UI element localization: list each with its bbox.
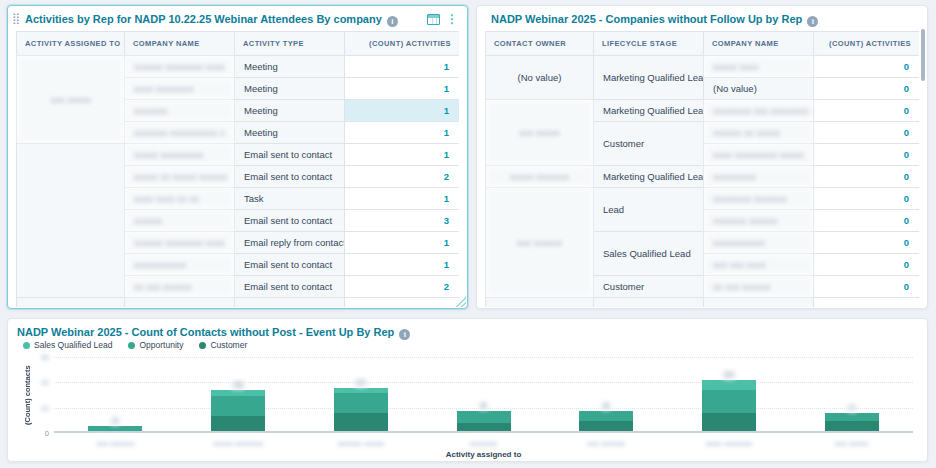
count-cell[interactable]: 0 <box>814 166 920 188</box>
activity-type-cell: Email reply from contact <box>235 232 345 254</box>
drag-handle-icon[interactable]: ⣿ <box>12 12 20 24</box>
bar-segment <box>702 413 756 431</box>
company-cell: xx xxx xxxxxx <box>704 276 814 298</box>
count-cell[interactable]: 1 <box>345 122 460 144</box>
x-axis-label: xxx xxxxx <box>790 439 913 448</box>
bar[interactable] <box>334 388 388 431</box>
count-cell[interactable]: 0 <box>814 210 920 232</box>
count-cell[interactable]: 0 <box>814 78 920 100</box>
report-card-contacts-bar-chart[interactable]: NADP Webinar 2025 - Count of Contacts wi… <box>7 318 928 462</box>
company-cell: xxxxxx xxxxxxxx xxxx <box>125 232 235 254</box>
kebab-menu-icon[interactable]: ⋮ <box>446 12 458 26</box>
company-cell: xxxxxxxxxxx <box>704 232 814 254</box>
info-icon[interactable]: i <box>807 16 818 27</box>
bar-segment <box>457 411 511 424</box>
info-icon[interactable]: i <box>387 16 398 27</box>
count-cell[interactable]: 0 <box>814 144 920 166</box>
table-row-partial <box>486 298 920 308</box>
company-cell: xxxxx xx xxxxx xxxxxx <box>125 166 235 188</box>
column-header: (COUNT) ACTIVITIES <box>814 32 920 56</box>
count-cell[interactable]: 1 <box>345 78 460 100</box>
x-axis-label: xxx xxxxxx <box>545 439 668 448</box>
company-cell: xxxx xxxxxxxx <box>125 78 235 100</box>
column-header: COMPANY NAME <box>704 32 814 56</box>
bar[interactable] <box>457 411 511 431</box>
scrollbar-thumb[interactable] <box>921 29 925 81</box>
count-cell[interactable]: 0 <box>814 232 920 254</box>
company-cell: xxxxxxx xxxxxx <box>704 210 814 232</box>
x-axis-label: xxxx xxxxxxx <box>668 439 791 448</box>
legend-item[interactable]: Customer <box>199 340 247 350</box>
company-cell: (No value) <box>704 78 814 100</box>
bar[interactable] <box>825 413 879 431</box>
legend-label: Customer <box>210 340 247 350</box>
empty-cell <box>17 298 125 308</box>
bar-segment <box>825 413 879 421</box>
lifecycle-stage-cell: Marketing Qualified Lead <box>594 166 704 188</box>
legend-dot-icon <box>128 342 135 349</box>
count-cell[interactable]: 0 <box>814 122 920 144</box>
report-title: NADP Webinar 2025 - Count of Contacts wi… <box>17 326 410 340</box>
owner-cell <box>17 144 125 298</box>
bar-segment <box>579 421 633 431</box>
activities-table-wrap: ACTIVITY ASSIGNED TOCOMPANY NAMEACTIVITY… <box>16 31 459 307</box>
bar-value-pill: 8 <box>600 401 612 411</box>
count-cell[interactable]: 1 <box>345 56 460 78</box>
bar-segment <box>211 416 265 431</box>
activity-type-cell: Task <box>235 188 345 210</box>
empty-cell <box>814 298 920 308</box>
empty-cell <box>125 298 235 308</box>
table-header-row: CONTACT OWNERLIFECYCLE STAGECOMPANY NAME… <box>486 32 920 56</box>
count-cell[interactable]: 1 <box>345 232 460 254</box>
activities-table: ACTIVITY ASSIGNED TOCOMPANY NAMEACTIVITY… <box>16 31 459 307</box>
report-card-activities-by-rep[interactable]: ⣿ Activities by Rep for NADP 10.22.25 We… <box>7 5 468 309</box>
bar[interactable] <box>702 380 756 431</box>
count-cell[interactable]: 1 <box>345 144 460 166</box>
legend-label: Opportunity <box>139 340 183 350</box>
y-axis-tick: 10 <box>27 404 49 413</box>
company-cell: xxxxxxxxxxx <box>125 254 235 276</box>
count-cell[interactable]: 0 <box>814 100 920 122</box>
lifecycle-stage-cell: Marketing Qualified Lead <box>594 100 704 122</box>
chart-legend: Sales Qualified LeadOpportunityCustomer <box>23 340 247 350</box>
count-cell[interactable]: 2 <box>345 166 460 188</box>
gridline <box>54 357 913 358</box>
owner-cell: xxxxx xxxxxxx <box>486 166 594 188</box>
y-axis-tick: 0 <box>27 429 49 438</box>
legend-item[interactable]: Opportunity <box>128 340 183 350</box>
count-cell[interactable]: 0 <box>814 188 920 210</box>
column-header: LIFECYCLE STAGE <box>594 32 704 56</box>
bar[interactable] <box>579 411 633 431</box>
legend-dot-icon <box>23 342 30 349</box>
y-axis-tick: 30 <box>27 353 49 362</box>
company-cell: xxxxxx xxxxxxxx xxxx <box>125 56 235 78</box>
owner-cell: xxx xxxxx <box>486 100 594 166</box>
count-cell[interactable]: 0 <box>814 56 920 78</box>
info-icon[interactable]: i <box>399 329 410 340</box>
column-header: COMPANY NAME <box>125 32 235 56</box>
followup-table: CONTACT OWNERLIFECYCLE STAGECOMPANY NAME… <box>485 31 919 307</box>
data-table-icon[interactable] <box>427 14 440 25</box>
count-cell[interactable]: 1 <box>345 254 460 276</box>
x-axis-title: Activity assigned to <box>54 450 913 459</box>
report-card-companies-without-followup[interactable]: NADP Webinar 2025 - Companies without Fo… <box>476 5 928 309</box>
company-cell: xxx xxx xxxx <box>704 254 814 276</box>
count-cell[interactable]: 1 <box>345 188 460 210</box>
empty-cell <box>704 298 814 308</box>
company-cell: xxxxxxxx xxx xxxxxxxx x <box>704 100 814 122</box>
y-axis-tick: 20 <box>27 378 49 387</box>
legend-item[interactable]: Sales Qualified Lead <box>23 340 112 350</box>
activity-type-cell: Meeting <box>235 100 345 122</box>
report-title-text: NADP Webinar 2025 - Count of Contacts wi… <box>17 326 394 338</box>
count-cell[interactable]: 0 <box>814 254 920 276</box>
bar-value-pill: 17 <box>353 378 369 388</box>
count-cell[interactable]: 1 <box>345 100 460 122</box>
bar[interactable] <box>211 390 265 431</box>
company-cell: xxxxxx xx xxxxx <box>704 122 814 144</box>
count-cell[interactable]: 2 <box>345 276 460 298</box>
bar[interactable] <box>88 426 142 431</box>
company-cell: xxxx xxxxxxxxx xxxxx <box>704 144 814 166</box>
count-cell[interactable]: 0 <box>814 276 920 298</box>
empty-cell <box>235 298 345 308</box>
count-cell[interactable]: 3 <box>345 210 460 232</box>
